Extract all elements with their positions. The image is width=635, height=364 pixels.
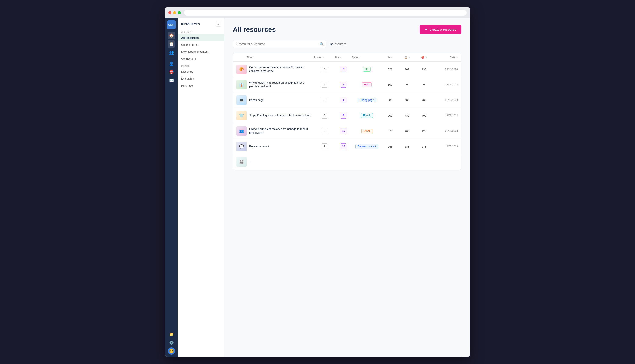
categories-label: Categories bbox=[178, 29, 224, 34]
table-row[interactable]: 👥 How did our client "salariés.fr" manag… bbox=[233, 124, 461, 139]
row-thumb-cell: 🥐 bbox=[236, 64, 246, 74]
title-sort-icon[interactable]: ⇅ bbox=[252, 56, 254, 58]
app-logo: STAR bbox=[167, 20, 176, 29]
minimize-dot[interactable] bbox=[173, 11, 176, 14]
row-pts-badge: 15 bbox=[340, 144, 346, 150]
url-bar[interactable] bbox=[184, 10, 466, 16]
row-type-badge: Blog bbox=[362, 82, 372, 87]
row-pts-badge: 3 bbox=[340, 82, 346, 88]
row-pts-badge: 15 bbox=[340, 128, 346, 134]
search-input-wrap: 🔍 bbox=[233, 40, 326, 48]
sidebar-item-connections[interactable]: Connections bbox=[178, 55, 224, 62]
browser-window: STAR 🏠 📋 👥 👤 🎯 ✉️ 📁 ⚙️ 😊 RESOURCES ◀ Cat… bbox=[165, 7, 470, 357]
search-button[interactable]: 🔍 bbox=[320, 42, 324, 46]
th-targets[interactable]: 🎯 ⇅ bbox=[416, 56, 432, 59]
sidebar-item-downloadable-content[interactable]: Downloadable content bbox=[178, 48, 224, 55]
plus-icon: ＋ bbox=[424, 28, 428, 32]
row-pts-badge: 4 bbox=[340, 97, 346, 103]
row-thumbnail: 🥐 bbox=[236, 64, 246, 74]
row-targets: 678 bbox=[416, 145, 432, 148]
nav-icon-avatar[interactable]: 😊 bbox=[168, 348, 175, 355]
date-sort-icon[interactable]: ⇅ bbox=[456, 56, 458, 58]
row-type-badge: Other bbox=[361, 129, 372, 133]
row-type-cell: Blog bbox=[352, 82, 382, 87]
fullscreen-dot[interactable] bbox=[178, 11, 181, 14]
nav-icon-target[interactable]: 🎯 bbox=[168, 68, 175, 76]
row-phase-badge: P bbox=[322, 82, 328, 88]
table-row[interactable]: 🥐 Our "croissant or pain au chocolat?" t… bbox=[233, 62, 461, 77]
sidebar-collapse-button[interactable]: ◀ bbox=[216, 22, 221, 27]
sidebar-item-all-resources[interactable]: All resources bbox=[178, 34, 224, 41]
row-pts-cell: 3 bbox=[335, 82, 352, 88]
nav-icon-home[interactable]: 🏠 bbox=[168, 32, 175, 39]
row-targets: 200 bbox=[416, 98, 432, 102]
row-phase-cell: D bbox=[314, 66, 335, 72]
close-dot[interactable] bbox=[168, 11, 172, 14]
nav-icon-settings[interactable]: ⚙️ bbox=[168, 339, 175, 347]
table-row[interactable]: 👨‍👩‍👧‍👦 — bbox=[233, 154, 461, 170]
row-views: 800 bbox=[382, 114, 398, 117]
row-targets: 400 bbox=[416, 114, 432, 117]
th-title[interactable]: Title ⇅ bbox=[246, 56, 314, 59]
row-date: 28/09/2024 bbox=[432, 68, 458, 71]
table-row[interactable]: 💬 Request contact P 15 Request contact 9… bbox=[233, 139, 461, 154]
nav-icon-folder[interactable]: 📁 bbox=[168, 330, 175, 338]
sidebar-item-contact-forms[interactable]: Contact forms bbox=[178, 41, 224, 48]
row-type-cell: Request contact bbox=[352, 144, 382, 149]
nav-icon-contacts[interactable]: 👥 bbox=[168, 49, 175, 56]
th-pts[interactable]: Pts ⇅ bbox=[335, 56, 352, 59]
row-thumb-cell: 💻 bbox=[236, 96, 246, 105]
row-thumbnail: 👨‍👩‍👧‍👦 bbox=[236, 157, 246, 166]
row-docs: 788 bbox=[398, 145, 416, 148]
type-sort-icon[interactable]: ⇅ bbox=[358, 56, 360, 58]
th-phase[interactable]: Phase ⇅ bbox=[314, 56, 335, 59]
phase-sort-icon[interactable]: ⇅ bbox=[322, 56, 324, 58]
row-title: How did our client "salariés.fr" manage … bbox=[246, 127, 314, 135]
sidebar-item-purchase[interactable]: Purchase bbox=[178, 82, 224, 89]
nav-icon-mail[interactable]: ✉️ bbox=[168, 77, 175, 84]
sidebar-title: RESOURCES bbox=[181, 23, 200, 26]
targets-sort-icon[interactable]: ⇅ bbox=[425, 56, 427, 58]
nav-icon-person-add[interactable]: 👤 bbox=[168, 60, 175, 68]
row-views: 943 bbox=[382, 145, 398, 148]
main-content: All resources ＋ Create a resource 🔍 12 r… bbox=[224, 18, 470, 357]
create-resource-button[interactable]: ＋ Create a resource bbox=[420, 25, 462, 34]
row-targets: 0 bbox=[416, 83, 432, 86]
th-type[interactable]: Type ⇅ bbox=[352, 56, 382, 59]
row-phase-badge: D bbox=[322, 66, 328, 72]
search-input[interactable] bbox=[233, 40, 326, 48]
row-targets: 133 bbox=[416, 68, 432, 71]
row-targets: 123 bbox=[416, 130, 432, 133]
row-type-badge: Request contact bbox=[356, 144, 378, 149]
table-row[interactable]: 👕 Stop offending your colleagues: the ir… bbox=[233, 108, 461, 124]
nav-divider bbox=[168, 58, 174, 58]
th-views[interactable]: 👁 ⇅ bbox=[382, 56, 398, 59]
nav-icon-resources[interactable]: 📋 bbox=[168, 40, 175, 48]
row-pts-cell: 5 bbox=[335, 112, 352, 118]
row-date: 21/09/2020 bbox=[432, 98, 458, 102]
table-row[interactable]: 💻 Prices page E 4 Pricing page 800 400 2… bbox=[233, 92, 461, 108]
row-pts-cell: 3 bbox=[335, 66, 352, 72]
row-thumb-cell: 💬 bbox=[236, 142, 246, 151]
docs-sort-icon[interactable]: ⇅ bbox=[408, 56, 410, 58]
sidebar-item-discovery[interactable]: Discovery bbox=[178, 68, 224, 75]
th-date[interactable]: Date ⇅ bbox=[432, 56, 458, 59]
th-docs[interactable]: 📋 ⇅ bbox=[398, 56, 416, 59]
row-phase-badge: D bbox=[322, 112, 328, 118]
sidebar-item-evaluation[interactable]: Evaluation bbox=[178, 75, 224, 82]
sidebar-header: RESOURCES ◀ bbox=[178, 22, 224, 29]
page-title: All resources bbox=[233, 26, 276, 34]
table-row[interactable]: 👔 Why shouldn't you recruit an accountan… bbox=[233, 77, 461, 92]
row-views: 800 bbox=[382, 98, 398, 102]
views-sort-icon[interactable]: ⇅ bbox=[391, 56, 393, 58]
row-title: Why shouldn't you recruit an accountant … bbox=[246, 81, 314, 88]
row-docs: 162 bbox=[398, 68, 416, 71]
pts-sort-icon[interactable]: ⇅ bbox=[340, 56, 342, 58]
row-docs: 0 bbox=[398, 83, 416, 86]
app-layout: STAR 🏠 📋 👥 👤 🎯 ✉️ 📁 ⚙️ 😊 RESOURCES ◀ Cat… bbox=[165, 18, 470, 357]
icon-nav: STAR 🏠 📋 👥 👤 🎯 ✉️ 📁 ⚙️ 😊 bbox=[165, 18, 178, 357]
row-type-cell: Other bbox=[352, 129, 382, 133]
row-thumb-cell: 👔 bbox=[236, 80, 246, 89]
row-pts-cell: 4 bbox=[335, 97, 352, 103]
row-date: 25/09/2024 bbox=[432, 83, 458, 86]
